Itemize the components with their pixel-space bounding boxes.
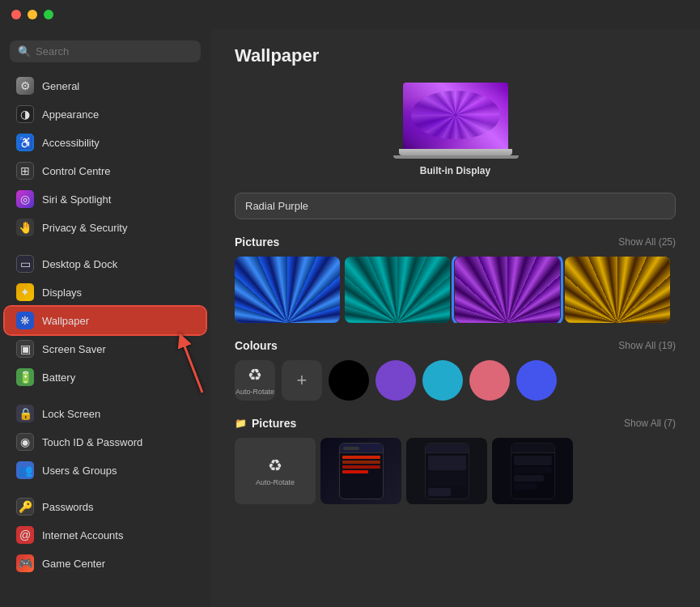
sidebar-icon-screensaver: ▣	[16, 340, 34, 358]
sidebar-item-appearance[interactable]: ◑Appearance	[5, 100, 206, 128]
sidebar-icon-passwords: 🔑	[16, 498, 34, 516]
sidebar-item-internet[interactable]: @Internet Accounts	[5, 521, 206, 549]
laptop-screen-inner	[403, 83, 508, 149]
colours-section-header: Colours Show All (19)	[235, 339, 676, 352]
search-icon: 🔍	[18, 45, 31, 57]
auto-rotate-icon-2: ♻	[268, 456, 282, 475]
sidebar-label-control-centre: Control Centre	[42, 165, 111, 177]
sidebar-item-siri[interactable]: ◎Siri & Spotlight	[5, 185, 206, 213]
laptop-screen	[403, 83, 508, 149]
sidebar-item-lockscreen[interactable]: 🔒Lock Screen	[5, 400, 206, 427]
swatch-purple[interactable]	[375, 360, 416, 401]
pictures-section-header-2: 📁 Pictures Show All (7)	[235, 417, 676, 430]
iphone-thumb-dark-3[interactable]	[492, 438, 573, 504]
swatch-blue[interactable]	[516, 360, 557, 401]
sidebar-section-gap	[0, 485, 210, 493]
sidebar-label-users: Users & Groups	[42, 465, 117, 477]
sidebar-label-lockscreen: Lock Screen	[42, 408, 100, 420]
wallpaper-name-input[interactable]	[235, 193, 676, 219]
sidebar-label-desktop: Desktop & Dock	[42, 258, 117, 270]
pictures-show-all-2[interactable]: Show All (7)	[624, 418, 676, 429]
sidebar: 🔍 ⚙General◑Appearance♿Accessibility⊞Cont…	[0, 0, 210, 607]
sidebar-item-displays[interactable]: ✦Displays	[5, 278, 206, 306]
colours-title: Colours	[235, 339, 278, 352]
sidebar-icon-privacy: 🤚	[16, 219, 34, 236]
iphone-thumb-dark-1[interactable]	[320, 438, 401, 504]
minimize-button[interactable]	[28, 10, 37, 19]
swatch-teal[interactable]	[422, 360, 463, 401]
sidebar-icon-users: 👥	[16, 461, 34, 479]
colours-show-all[interactable]: Show All (19)	[618, 340, 676, 351]
pictures-section-header-1: Pictures Show All (25)	[235, 236, 676, 248]
wallpaper-thumb-1[interactable]	[235, 257, 340, 323]
sidebar-label-appearance: Appearance	[42, 108, 99, 121]
sidebar-icon-displays: ✦	[16, 283, 34, 301]
sidebar-items-list: ⚙General◑Appearance♿Accessibility⊞Contro…	[0, 72, 210, 578]
pictures-title-1: Pictures	[235, 236, 279, 248]
sidebar-icon-appearance: ◑	[16, 105, 34, 123]
page-title: Wallpaper	[235, 45, 676, 66]
colours-title-text: Colours	[235, 339, 278, 352]
sidebar-item-general[interactable]: ⚙General	[5, 72, 206, 100]
display-label: Built-in Display	[420, 165, 490, 176]
sidebar-item-privacy[interactable]: 🤚Privacy & Security	[5, 214, 206, 241]
title-bar	[0, 0, 700, 29]
search-input[interactable]	[36, 45, 193, 57]
sidebar-item-touchid[interactable]: ◉Touch ID & Password	[5, 428, 206, 456]
wallpaper-thumb-2[interactable]	[345, 257, 450, 323]
sidebar-label-displays: Displays	[42, 287, 82, 299]
sidebar-icon-internet: @	[16, 526, 34, 544]
sidebar-item-users[interactable]: 👥Users & Groups	[5, 456, 206, 484]
wallpaper-grid-1	[235, 257, 676, 323]
swatch-auto-rotate[interactable]: ♻ Auto-Rotate	[235, 360, 275, 401]
sidebar-icon-desktop: ▭	[16, 255, 34, 273]
sidebar-icon-control-centre: ⊞	[16, 162, 34, 180]
sidebar-item-gamecenter[interactable]: 🎮Game Center	[5, 550, 206, 577]
add-icon: +	[297, 370, 308, 391]
color-swatches: ♻ Auto-Rotate +	[235, 360, 676, 401]
swatch-pink[interactable]	[469, 360, 510, 401]
svg-line-1	[182, 340, 202, 393]
auto-rotate-label-2: Auto-Rotate	[256, 478, 295, 486]
pictures-show-all-1[interactable]: Show All (25)	[618, 236, 676, 248]
sidebar-label-battery: Battery	[42, 371, 75, 384]
iphone-thumb-dark-2[interactable]	[406, 438, 487, 504]
wallpaper-thumb-3[interactable]	[455, 257, 560, 323]
swatch-black[interactable]	[329, 360, 369, 401]
wallpaper-thumb-4[interactable]	[565, 257, 670, 323]
sidebar-icon-touchid: ◉	[16, 433, 34, 451]
sidebar-label-internet: Internet Accounts	[42, 529, 123, 541]
sidebar-icon-battery: 🔋	[16, 368, 34, 386]
sidebar-item-control-centre[interactable]: ⊞Control Centre	[5, 157, 206, 185]
sidebar-item-passwords[interactable]: 🔑Passwords	[5, 493, 206, 520]
sidebar-label-general: General	[42, 80, 79, 92]
pictures-section-2: 📁 Pictures Show All (7) ♻ Auto-Rotate	[235, 417, 676, 504]
sidebar-label-gamecenter: Game Center	[42, 558, 105, 570]
sidebar-label-siri: Siri & Spotlight	[42, 193, 111, 206]
auto-rotate-label: Auto-Rotate	[235, 388, 274, 396]
maximize-button[interactable]	[44, 10, 53, 19]
sidebar-icon-general: ⚙	[16, 77, 34, 95]
sidebar-label-touchid: Touch ID & Password	[42, 436, 142, 448]
pictures-title-2: 📁 Pictures	[235, 417, 296, 430]
sidebar-label-passwords: Passwords	[42, 501, 94, 513]
pictures-title-1-text: Pictures	[235, 236, 279, 248]
sidebar-label-accessibility: Accessibility	[42, 137, 100, 149]
swatch-add[interactable]: +	[282, 360, 322, 401]
main-content: Wallpaper Built-in Display Pictures Show…	[210, 0, 700, 607]
sidebar-item-accessibility[interactable]: ♿Accessibility	[5, 129, 206, 156]
pictures-title-2-text: Pictures	[252, 417, 296, 430]
sidebar-icon-accessibility: ♿	[16, 134, 34, 151]
laptop-base	[399, 149, 512, 155]
sidebar-icon-wallpaper: ❋	[16, 312, 34, 329]
search-box[interactable]: 🔍	[10, 40, 201, 62]
iphone-thumbs: ♻ Auto-Rotate	[235, 438, 676, 504]
display-preview: Built-in Display	[235, 83, 676, 176]
colours-section: Colours Show All (19) ♻ Auto-Rotate +	[235, 339, 676, 401]
arrow-annotation	[174, 332, 214, 400]
sidebar-item-wallpaper[interactable]: ❋Wallpaper	[5, 307, 206, 334]
sidebar-item-desktop[interactable]: ▭Desktop & Dock	[5, 250, 206, 278]
folder-icon: 📁	[235, 418, 247, 429]
close-button[interactable]	[11, 10, 21, 19]
iphone-thumb-auto[interactable]: ♻ Auto-Rotate	[235, 438, 316, 504]
